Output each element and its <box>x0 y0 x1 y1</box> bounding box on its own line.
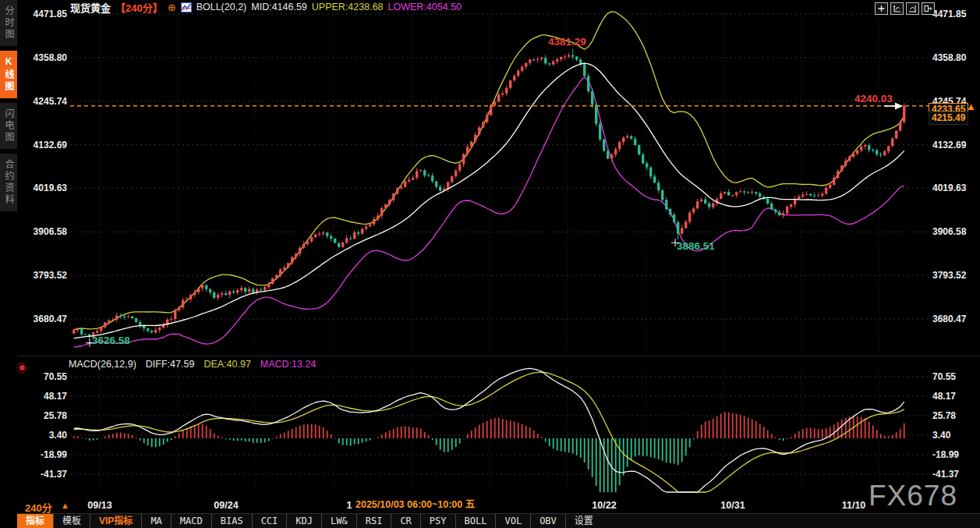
boll-lower-value: LOWER:4054.50 <box>388 2 462 12</box>
toolbar-item-rsi[interactable]: RSI <box>356 514 391 528</box>
major-low-label: 3886.51 <box>677 240 715 252</box>
toolbar-item-cr[interactable]: CR <box>391 514 419 528</box>
price-axis-label: 4019.63 <box>932 182 966 193</box>
chart-toolbox <box>875 2 935 15</box>
session-high-label: 4240.03 <box>854 93 893 105</box>
indicator-settings-icon[interactable] <box>19 365 25 370</box>
macd-axis-label: 48.17 <box>932 391 956 402</box>
toolbar-item-设置[interactable]: 设置 <box>565 514 602 528</box>
macd-header: MACD(26,12,9) DIFF:47.59 DEA:40.97 MACD:… <box>69 359 316 370</box>
sidebar-tab-1[interactable]: K线图 <box>0 51 17 98</box>
bottom-toolbar: 指标模板VIP指标MAMACDBIASCCIKDJLW&RSICRPSYBOLL… <box>17 513 980 528</box>
secondary-price-tag: 4215.49 <box>929 112 968 125</box>
chart-canvas[interactable] <box>0 0 980 528</box>
boll-upper-value: UPPER:4238.68 <box>312 2 384 12</box>
macd-axis-label: 70.55 <box>932 371 956 382</box>
price-axis-label: 4132.69 <box>17 140 67 151</box>
date-tick: 09/24 <box>195 500 257 511</box>
toolbar-item-lw[interactable]: LW& <box>321 514 356 528</box>
sidebar-tab-3[interactable]: 合约资料 <box>0 154 17 211</box>
sidebar-tab-2[interactable]: 闪电图 <box>0 103 17 149</box>
toolbar-item-模板[interactable]: 模板 <box>53 514 90 528</box>
price-axis-label: 3906.58 <box>932 226 966 237</box>
macd-axis-label: 3.40 <box>932 430 950 441</box>
sidebar: 分时图K线图闪电图合约资料 <box>0 0 17 528</box>
toolbar-item-vip指标[interactable]: VIP指标 <box>90 514 141 528</box>
toolbar-item-vol[interactable]: VOL <box>495 514 530 528</box>
macd-diff-value: DIFF:47.59 <box>146 359 195 370</box>
macd-label: MACD(26,12,9) <box>69 359 136 370</box>
price-up-arrow-icon: ▲ <box>966 101 976 112</box>
toolbar-item-kdj[interactable]: KDJ <box>286 514 321 528</box>
bar-datetime-tooltip: 2025/10/03 06:00~10:00 五 <box>352 498 478 512</box>
price-axis-label: 4358.80 <box>17 52 67 63</box>
chart-header: 现货黄金 【240分】 ⊕ BOLL(20,2) MID:4146.59 UPP… <box>70 1 462 13</box>
price-axis-label: 4019.63 <box>17 182 67 193</box>
macd-axis-label: 48.17 <box>17 391 67 402</box>
toolbar-item-macd[interactable]: MACD <box>171 514 211 528</box>
macd-value: MACD:13.24 <box>260 359 317 370</box>
fit-left-axis-icon[interactable] <box>890 2 904 15</box>
toolbar-item-obv[interactable]: OBV <box>530 514 565 528</box>
price-axis-label: 4132.69 <box>932 140 966 151</box>
date-tick: 10/31 <box>702 500 764 511</box>
watermark: FX678 <box>869 480 957 512</box>
macd-axis-label: -41.37 <box>932 469 959 480</box>
toolbar-item-ma[interactable]: MA <box>141 514 170 528</box>
boll-mid-value: MID:4146.59 <box>251 2 307 12</box>
toolbar-item-指标[interactable]: 指标 <box>17 514 53 528</box>
price-axis-label: 4358.80 <box>932 52 966 63</box>
toolbar-item-cci[interactable]: CCI <box>252 514 287 528</box>
macd-axis-label: 25.78 <box>17 410 67 421</box>
toolbar-item-boll[interactable]: BOLL <box>455 514 496 528</box>
date-tick: 09/13 <box>69 500 131 511</box>
fit-right-axis-icon[interactable] <box>906 2 919 15</box>
price-axis-label: 3793.52 <box>17 270 67 281</box>
macd-axis-label: -41.37 <box>17 469 67 480</box>
toolbar-item-bias[interactable]: BIAS <box>211 514 252 528</box>
add-indicator-icon[interactable]: ⊕ <box>168 2 176 13</box>
price-axis-label: 3793.52 <box>932 270 966 281</box>
macd-axis-label: -18.99 <box>932 449 959 460</box>
price-axis-label: 3680.47 <box>17 314 67 324</box>
panel-divider <box>17 356 980 356</box>
boll-label: BOLL(20,2) <box>196 2 247 12</box>
macd-axis-label: 3.40 <box>17 430 67 441</box>
peak-high-label: 4381.29 <box>548 36 586 48</box>
price-axis-label: 4471.85 <box>17 9 67 19</box>
macd-dea-value: DEA:40.97 <box>203 359 250 370</box>
macd-axis-label: 25.78 <box>932 410 956 421</box>
toolbar-item-psy[interactable]: PSY <box>420 514 455 528</box>
sidebar-tab-0[interactable]: 分时图 <box>0 0 17 46</box>
boll-chart-icon <box>181 2 192 12</box>
exit-right-icon[interactable] <box>922 2 935 15</box>
left-low-label: 3626.58 <box>92 335 130 346</box>
pan-crosshair-icon[interactable] <box>875 2 888 15</box>
date-tick: 10/22 <box>573 500 635 511</box>
price-axis-label: 4471.85 <box>932 9 966 19</box>
macd-axis-label: 70.55 <box>17 371 67 382</box>
symbol-title: 现货黄金 <box>70 0 111 15</box>
price-axis-label: 4245.74 <box>17 96 67 107</box>
period-label[interactable]: 【240分】 <box>115 0 163 15</box>
macd-axis-label: -18.99 <box>17 449 67 460</box>
price-axis-label: 3680.47 <box>932 314 966 324</box>
price-axis-label: 3906.58 <box>17 226 67 237</box>
